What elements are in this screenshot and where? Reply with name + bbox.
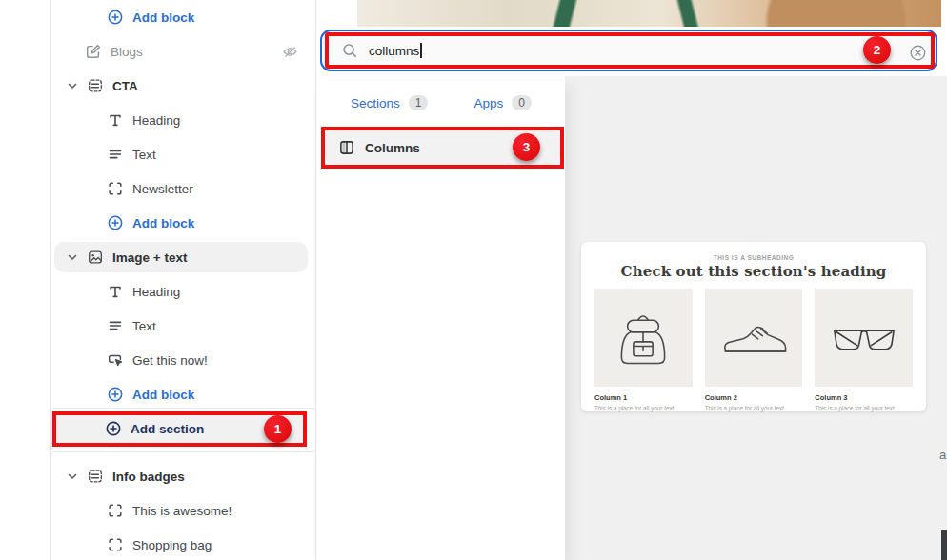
plus-circle-icon bbox=[107, 386, 124, 403]
sidebar-item-label: CTA bbox=[112, 79, 138, 93]
sidebar-item-cta[interactable]: CTA bbox=[51, 69, 315, 103]
tab-apps[interactable]: Apps 0 bbox=[474, 95, 531, 110]
sidebar-item-label: This is awesome! bbox=[132, 504, 232, 518]
columns-icon bbox=[338, 139, 355, 156]
preview-column-title: Column 1 bbox=[594, 393, 693, 402]
sidebar-item-text[interactable]: Text bbox=[51, 137, 315, 171]
image-icon bbox=[87, 249, 104, 266]
sidebar-item-label: Add block bbox=[132, 216, 194, 230]
annotation-step-badge-3: 3 bbox=[513, 133, 540, 161]
sidebar-item-shopping-bag[interactable]: Shopping bag bbox=[51, 528, 315, 560]
preview-subheading: THIS IS A SUBHEADING bbox=[581, 254, 926, 261]
annotation-step-badge-1: 1 bbox=[264, 415, 292, 443]
tab-sections-count-badge: 1 bbox=[409, 95, 429, 110]
app-block-icon bbox=[107, 536, 124, 553]
section-icon bbox=[87, 468, 104, 485]
tab-apps-label: Apps bbox=[474, 96, 503, 110]
sidebar-item-add-block[interactable]: Add block bbox=[51, 377, 315, 411]
add-section-label: Add section bbox=[131, 422, 204, 436]
section-search-input[interactable]: collumns bbox=[320, 30, 937, 71]
plus-circle-icon bbox=[107, 214, 124, 231]
button-cursor-icon bbox=[107, 351, 124, 369]
preview-column: Column 2 This is a place for all your te… bbox=[705, 289, 803, 411]
sidebar-item-this-is-awesome[interactable]: This is awesome! bbox=[51, 493, 315, 528]
scrollbar-thumb[interactable] bbox=[941, 530, 947, 560]
search-icon bbox=[341, 42, 358, 59]
sidebar-item-label: Add block bbox=[132, 10, 194, 25]
divider bbox=[52, 408, 314, 409]
sidebar-item-add-block[interactable]: Add block bbox=[51, 0, 315, 34]
section-icon bbox=[87, 77, 104, 94]
preview-heading: Check out this section's heading bbox=[581, 263, 926, 280]
sidebar-item-label: Image + text bbox=[112, 250, 187, 265]
sidebar-item-get-this-now[interactable]: Get this now! bbox=[51, 343, 315, 377]
storefront-preview-photo bbox=[357, 0, 941, 27]
circle-x-icon[interactable] bbox=[909, 44, 927, 62]
results-tabs: Sections 1 Apps 0 bbox=[316, 81, 565, 110]
sidebar-item-newsletter[interactable]: Newsletter bbox=[51, 171, 315, 206]
preview-column-text: This is a place for all your text. bbox=[594, 405, 693, 411]
sidebar-item-label: Blogs bbox=[111, 45, 143, 59]
theme-editor-screen: THIS IS A SUBHEADING Check out this sect… bbox=[0, 0, 947, 560]
search-input-inner: collumns bbox=[328, 35, 930, 66]
sidebar-item-heading[interactable]: Heading bbox=[51, 103, 315, 137]
text-lines-icon bbox=[107, 146, 124, 163]
heading-t-icon bbox=[107, 283, 124, 300]
app-block-icon bbox=[107, 180, 124, 197]
sidebar-item-label: Get this now! bbox=[132, 353, 208, 368]
plus-circle-icon bbox=[107, 9, 124, 26]
preview-columns: Column 1 This is a place for all your te… bbox=[594, 289, 913, 411]
preview-area: THIS IS A SUBHEADING Check out this sect… bbox=[565, 76, 947, 560]
preview-column: Column 3 This is a place for all your te… bbox=[815, 289, 913, 411]
sidebar-item-label: Heading bbox=[132, 113, 180, 128]
chevron-down-icon[interactable] bbox=[65, 250, 80, 265]
sidebar-item-blogs[interactable]: Blogs bbox=[51, 34, 315, 69]
preview-column-text: This is a place for all your text. bbox=[815, 405, 913, 411]
tab-apps-count-badge: 0 bbox=[512, 95, 532, 110]
sidebar-item-label: Newsletter bbox=[132, 182, 193, 196]
text-lines-icon bbox=[107, 317, 124, 334]
sidebar-item-heading[interactable]: Heading bbox=[51, 274, 315, 309]
tab-sections-label: Sections bbox=[351, 96, 400, 110]
sidebar-item-label: Text bbox=[132, 148, 156, 162]
preview-column: Column 1 This is a place for all your te… bbox=[594, 289, 693, 411]
text-caret bbox=[420, 43, 422, 58]
sidebar-item-label: Info badges bbox=[112, 470, 185, 484]
sidebar-item-label: Heading bbox=[132, 285, 180, 299]
backpack-illustration bbox=[594, 289, 693, 387]
sneaker-illustration bbox=[705, 289, 803, 387]
sidebar-item-text[interactable]: Text bbox=[51, 309, 315, 343]
compose-icon bbox=[85, 43, 102, 60]
search-input-value: collumns bbox=[369, 44, 419, 58]
sidebar-item-add-block[interactable]: Add block bbox=[51, 206, 315, 240]
sidebar-item-label: Shopping bag bbox=[132, 538, 212, 552]
preview-column-text: This is a place for all your text. bbox=[705, 405, 803, 411]
search-result-label: Columns bbox=[365, 141, 420, 155]
sidebar-item-label: Text bbox=[132, 319, 156, 333]
sidebar-item-info-badges[interactable]: Info badges bbox=[51, 459, 315, 493]
tab-sections[interactable]: Sections 1 bbox=[351, 95, 428, 110]
plus-circle-icon bbox=[105, 420, 122, 437]
annotation-step-badge-2: 2 bbox=[863, 36, 891, 64]
sidebar-item-label: Add block bbox=[132, 388, 194, 402]
heading-t-icon bbox=[107, 111, 124, 129]
chevron-down-icon[interactable] bbox=[65, 469, 80, 484]
preview-column-title: Column 2 bbox=[705, 393, 803, 402]
clipped-edge-text: a bbox=[939, 448, 946, 462]
glasses-illustration bbox=[815, 289, 913, 387]
columns-section-preview-card: THIS IS A SUBHEADING Check out this sect… bbox=[581, 242, 926, 411]
sidebar-item-image-text[interactable]: Image + text bbox=[51, 240, 315, 274]
preview-column-title: Column 3 bbox=[815, 393, 913, 402]
app-block-icon bbox=[107, 502, 124, 519]
eye-off-icon[interactable] bbox=[282, 44, 298, 60]
chevron-down-icon[interactable] bbox=[65, 78, 80, 93]
sections-sidebar: Add block Blogs CTA Heading Text Newslet… bbox=[50, 0, 316, 560]
divider bbox=[52, 451, 314, 452]
